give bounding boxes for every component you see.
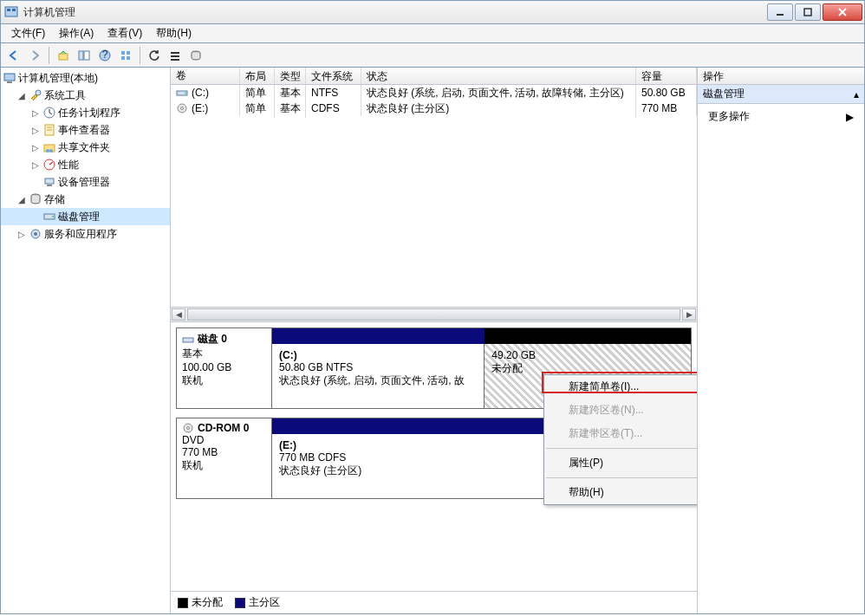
actions-section[interactable]: 磁盘管理 ▴ [698, 85, 864, 104]
tree-event-viewer[interactable]: ▷ 事件查看器 [1, 121, 170, 139]
svg-rect-42 [183, 338, 193, 342]
menu-action[interactable]: 操作(A) [52, 24, 101, 42]
svg-rect-18 [171, 59, 179, 61]
scroll-left-icon[interactable]: ◀ [172, 308, 185, 321]
svg-rect-2 [12, 9, 16, 11]
svg-rect-0 [5, 7, 17, 16]
settings-button[interactable] [166, 46, 185, 65]
scroll-right-icon[interactable]: ▶ [682, 308, 696, 321]
tree-system-tools[interactable]: ◢ 系统工具 [1, 87, 170, 104]
col-fs[interactable]: 文件系统 [306, 68, 361, 84]
svg-point-28 [46, 149, 49, 152]
help-button[interactable]: ? [95, 46, 114, 65]
chevron-right-icon: ▶ [846, 111, 854, 123]
menu-file[interactable]: 文件(F) [4, 24, 52, 42]
maximize-button[interactable] [795, 3, 821, 21]
refresh-button[interactable] [145, 46, 164, 65]
svg-rect-14 [121, 56, 125, 60]
partition-bar [485, 328, 691, 344]
svg-point-44 [187, 427, 190, 430]
svg-point-41 [181, 107, 184, 110]
expander-icon[interactable]: ◢ [16, 90, 27, 101]
storage-icon [29, 192, 42, 206]
svg-rect-15 [127, 56, 130, 60]
ctx-separator [546, 477, 697, 478]
ctx-new-simple-volume[interactable]: 新建简单卷(I)... [544, 375, 697, 399]
expander-icon[interactable]: ◢ [16, 194, 27, 204]
performance-icon [42, 158, 56, 172]
col-volume[interactable]: 卷 [171, 68, 240, 84]
tree-device-manager[interactable]: ▷ 设备管理器 [1, 173, 170, 191]
col-layout[interactable]: 布局 [240, 68, 275, 84]
expander-icon[interactable]: ▷ [30, 159, 41, 170]
minimize-button[interactable] [767, 3, 793, 21]
tree-task-scheduler[interactable]: ▷ 任务计划程序 [1, 104, 170, 121]
app-icon [4, 5, 18, 19]
tree-root[interactable]: 计算机管理(本地) [1, 69, 170, 87]
main-area: 计算机管理(本地) ◢ 系统工具 ▷ 任务计划程序 ▷ 事件查看器 ▷ 共享文件… [0, 68, 865, 614]
collapse-icon[interactable]: ▴ [854, 88, 859, 101]
ctx-help[interactable]: 帮助(H) [544, 481, 697, 504]
close-button[interactable] [823, 3, 862, 21]
volume-header: 卷 布局 类型 文件系统 状态 容量 [171, 68, 697, 85]
menu-help[interactable]: 帮助(H) [149, 24, 198, 42]
toolbar-separator [49, 47, 49, 64]
forward-button[interactable] [25, 46, 44, 65]
partition-bar [272, 328, 485, 344]
cdrom-0-label[interactable]: CD-ROM 0 DVD 770 MB 联机 [177, 418, 272, 498]
window-buttons [765, 3, 862, 21]
ctx-new-striped-volume: 新建带区卷(T)... [544, 422, 697, 445]
show-hide-tree-button[interactable] [75, 46, 94, 65]
volume-list[interactable]: (C:) 简单 基本 NTFS 状态良好 (系统, 启动, 页面文件, 活动, … [171, 85, 697, 307]
col-status[interactable]: 状态 [361, 68, 636, 84]
svg-point-29 [49, 149, 53, 152]
expander-icon[interactable]: ▷ [16, 229, 27, 239]
legend-primary: 主分区 [235, 595, 280, 610]
disk-icon [42, 210, 56, 224]
ctx-separator [546, 448, 697, 449]
tree-pane[interactable]: 计算机管理(本地) ◢ 系统工具 ▷ 任务计划程序 ▷ 事件查看器 ▷ 共享文件… [1, 68, 171, 613]
legend: 未分配 主分区 [171, 591, 697, 613]
tree-shared-folders[interactable]: ▷ 共享文件夹 [1, 139, 170, 156]
more-actions-item[interactable]: 更多操作 ▶ [698, 104, 864, 129]
svg-point-22 [36, 90, 41, 95]
disk-0-label[interactable]: 磁盘 0 基本 100.00 GB 联机 [177, 328, 272, 408]
col-capacity[interactable]: 容量 [636, 68, 697, 84]
h-scrollbar[interactable]: ◀ ▶ [171, 307, 697, 322]
disk-button[interactable] [186, 46, 205, 65]
svg-rect-1 [7, 9, 10, 11]
clock-icon [42, 106, 56, 120]
partition-c[interactable]: (C:) 50.80 GB NTFS 状态良好 (系统, 启动, 页面文件, 活… [272, 328, 485, 408]
svg-text:?: ? [102, 49, 108, 61]
back-button[interactable] [4, 46, 23, 65]
tools-icon [29, 88, 42, 102]
tree-disk-management[interactable]: ▷ 磁盘管理 [1, 208, 170, 225]
svg-rect-27 [44, 145, 55, 152]
tree-services[interactable]: ▷ 服务和应用程序 [1, 225, 170, 243]
volume-row[interactable]: (C:) 简单 基本 NTFS 状态良好 (系统, 启动, 页面文件, 活动, … [171, 85, 697, 101]
actions-header: 操作 [698, 68, 864, 85]
expander-icon[interactable]: ▷ [30, 142, 41, 152]
volume-row[interactable]: (E:) 简单 基本 CDFS 状态良好 (主分区) 770 MB [171, 101, 697, 116]
up-button[interactable] [54, 46, 73, 65]
expander-icon[interactable]: ▷ [30, 107, 41, 118]
menu-bar: 文件(F) 操作(A) 查看(V) 帮助(H) [0, 24, 865, 43]
cd-icon [176, 102, 188, 114]
svg-rect-7 [59, 54, 68, 60]
window-title: 计算机管理 [23, 5, 765, 20]
scroll-thumb[interactable] [187, 308, 680, 321]
toolbar: ? [0, 43, 865, 68]
tree-storage[interactable]: ◢ 存储 [1, 191, 170, 208]
svg-rect-4 [804, 9, 811, 16]
ctx-properties[interactable]: 属性(P) [544, 451, 697, 475]
views-button[interactable] [116, 46, 135, 65]
svg-rect-9 [84, 51, 89, 60]
col-type[interactable]: 类型 [275, 68, 306, 84]
svg-point-39 [185, 93, 186, 94]
title-bar: 计算机管理 [0, 0, 865, 24]
svg-rect-8 [79, 51, 83, 60]
menu-view[interactable]: 查看(V) [101, 24, 149, 42]
device-icon [42, 175, 56, 189]
expander-icon[interactable]: ▷ [30, 125, 41, 135]
tree-performance[interactable]: ▷ 性能 [1, 156, 170, 173]
